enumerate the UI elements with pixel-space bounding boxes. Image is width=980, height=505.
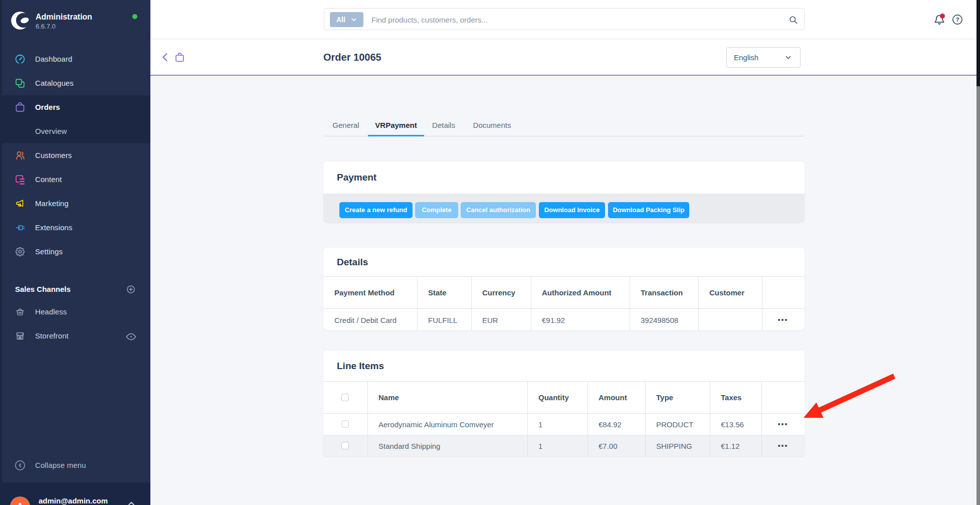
svg-text:?: ? — [956, 17, 959, 23]
